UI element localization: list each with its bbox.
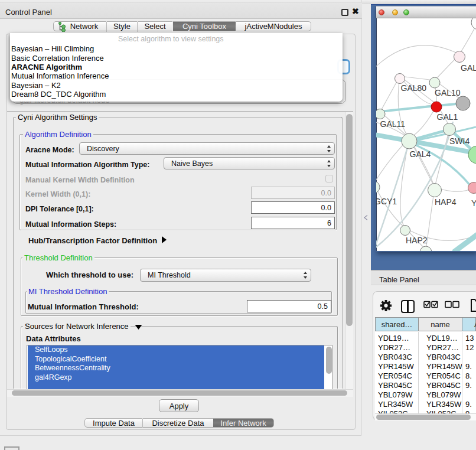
- svg-text:Y: Y: [471, 198, 476, 208]
- svg-text:GAL: GAL: [461, 63, 476, 73]
- svg-text:SWI4: SWI4: [449, 136, 470, 146]
- svg-text:GAL80: GAL80: [401, 83, 427, 93]
- svg-text:GAL4: GAL4: [410, 149, 431, 159]
- svg-text:HAP2: HAP2: [406, 236, 428, 245]
- svg-text:GCY1: GCY1: [376, 197, 397, 206]
- svg-text:HAP4: HAP4: [435, 197, 457, 207]
- svg-text:GAL10: GAL10: [435, 88, 461, 97]
- svg-text:GAL11: GAL11: [380, 119, 406, 129]
- svg-text:GAL1: GAL1: [437, 112, 458, 122]
